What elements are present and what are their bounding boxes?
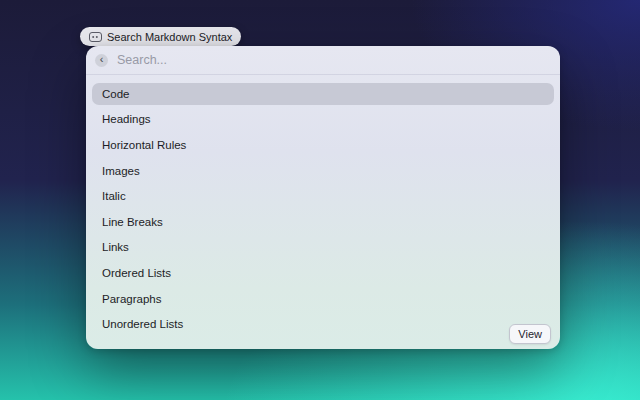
list-item[interactable]: Horizontal Rules bbox=[92, 134, 554, 156]
chevron-left-icon: ‹ bbox=[100, 54, 104, 65]
search-panel: ‹ Code Headings Horizontal Rules Images … bbox=[86, 46, 560, 349]
back-button[interactable]: ‹ bbox=[95, 54, 108, 67]
list-item[interactable]: Unordered Lists bbox=[92, 313, 554, 335]
list-item[interactable]: Line Breaks bbox=[92, 211, 554, 233]
list-item[interactable]: Headings bbox=[92, 109, 554, 131]
command-tooltip: Search Markdown Syntax bbox=[80, 27, 241, 46]
list-item[interactable]: Paragraphs bbox=[92, 288, 554, 310]
list-item[interactable]: Ordered Lists bbox=[92, 262, 554, 284]
list-item[interactable]: Links bbox=[92, 237, 554, 259]
view-button-label: View bbox=[518, 328, 542, 340]
command-tooltip-label: Search Markdown Syntax bbox=[107, 31, 232, 43]
search-input[interactable] bbox=[117, 53, 560, 67]
search-divider bbox=[86, 74, 560, 75]
list-item[interactable]: Italic bbox=[92, 185, 554, 207]
list-item[interactable]: Images bbox=[92, 160, 554, 182]
menubar-hotkey-icon bbox=[89, 32, 102, 42]
search-bar: ‹ bbox=[86, 46, 560, 74]
view-button[interactable]: View bbox=[509, 324, 551, 344]
results-list: Code Headings Horizontal Rules Images It… bbox=[86, 81, 560, 339]
list-item[interactable]: Code bbox=[92, 83, 554, 105]
